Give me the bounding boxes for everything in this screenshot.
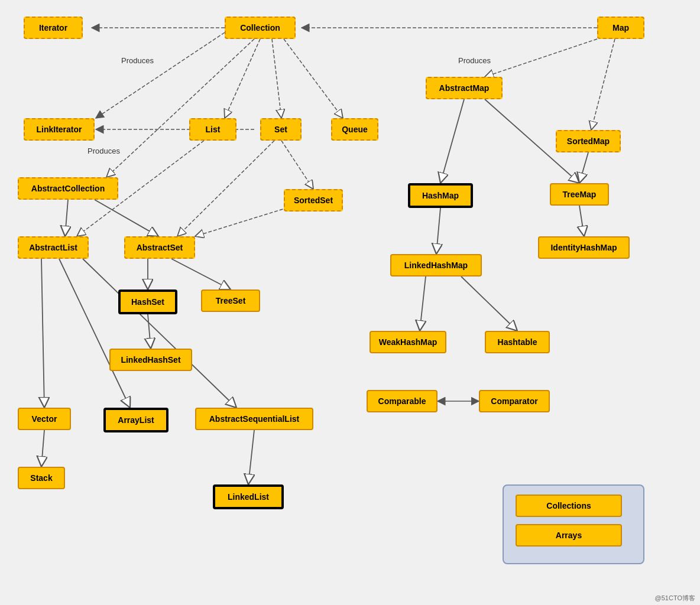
node-abstractlist: AbstractList (18, 236, 89, 259)
node-abstractcollection: AbstractCollection (18, 177, 118, 200)
node-identityhashmap: IdentityHashMap (538, 236, 630, 259)
svg-line-27 (83, 259, 236, 408)
node-treeset: TreeSet (201, 290, 260, 312)
node-hashtable: Hashtable (485, 331, 550, 353)
diagram: Iterator Collection Map Produces Produce… (0, 0, 700, 605)
node-linkedhashset: LinkedHashSet (109, 349, 192, 371)
svg-line-22 (436, 208, 440, 254)
svg-line-26 (59, 259, 130, 408)
svg-line-28 (248, 430, 254, 484)
svg-line-7 (485, 39, 597, 77)
legend-arrays: Arrays (516, 524, 622, 547)
produces-label-2: Produces (458, 56, 491, 65)
node-sortedmap: SortedMap (556, 130, 621, 152)
node-hashmap: HashMap (408, 183, 473, 208)
node-weakhashmap: WeakHashMap (370, 331, 446, 353)
svg-line-4 (284, 39, 343, 118)
svg-line-3 (272, 39, 281, 118)
node-arraylist: ArrayList (103, 408, 168, 432)
svg-line-12 (579, 206, 584, 236)
node-queue: Queue (331, 118, 378, 141)
produces-label-1: Produces (121, 56, 154, 65)
node-sortedset: SortedSet (284, 189, 343, 212)
node-stack: Stack (18, 467, 65, 489)
node-treemap: TreeMap (550, 183, 609, 206)
svg-line-9 (440, 99, 464, 183)
node-abstractsequentiallist: AbstractSequentialList (195, 408, 313, 430)
node-map: Map (597, 17, 644, 39)
node-vector: Vector (18, 408, 71, 430)
node-linkiterator: LinkIterator (24, 118, 95, 141)
svg-line-8 (591, 39, 615, 130)
node-hashset: HashSet (118, 290, 177, 314)
svg-line-2 (225, 39, 260, 118)
node-abstractset: AbstractSet (124, 236, 195, 259)
legend-box: Collections Arrays (503, 484, 644, 564)
node-set: Set (260, 118, 302, 141)
svg-line-11 (579, 152, 588, 183)
svg-line-23 (420, 277, 426, 331)
svg-line-14 (177, 141, 274, 236)
svg-line-25 (41, 259, 44, 408)
node-comparator: Comparator (479, 390, 550, 412)
produces-label-3: Produces (88, 147, 120, 155)
node-collection: Collection (225, 17, 296, 39)
svg-line-17 (95, 200, 158, 236)
svg-line-16 (65, 200, 68, 236)
svg-line-6 (96, 32, 225, 118)
svg-line-24 (461, 277, 517, 331)
node-iterator: Iterator (24, 17, 83, 39)
legend-collections: Collections (516, 495, 622, 517)
svg-line-13 (281, 141, 313, 189)
svg-line-29 (41, 430, 44, 467)
node-comparable: Comparable (367, 390, 438, 412)
node-list: List (189, 118, 236, 141)
svg-line-21 (148, 314, 151, 349)
watermark: @51CTO博客 (655, 594, 695, 603)
node-linkedhashmap: LinkedHashMap (390, 254, 482, 277)
node-abstractmap: AbstractMap (426, 77, 503, 99)
svg-line-20 (171, 259, 231, 290)
node-linkedlist: LinkedList (213, 484, 284, 509)
